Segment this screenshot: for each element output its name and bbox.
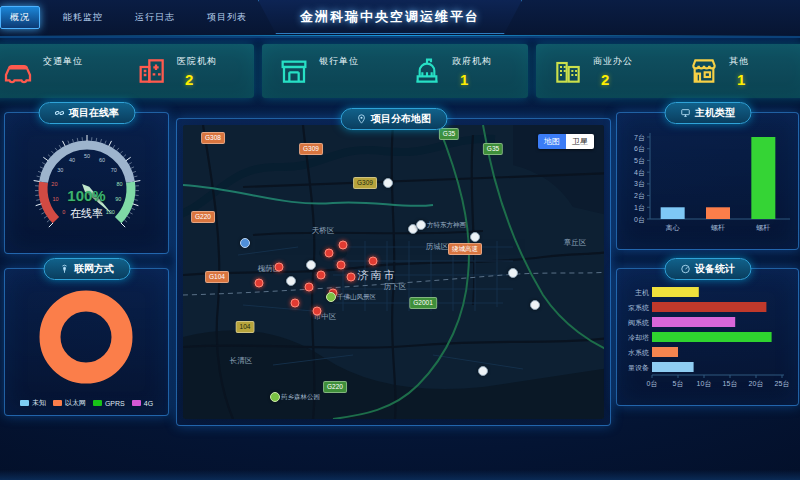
monitor-icon — [680, 108, 690, 118]
page-title-text: 金洲科瑞中央空调运维平台 — [300, 8, 480, 26]
stat-item-4[interactable]: 政府机构1 — [395, 44, 528, 98]
stat-item-1[interactable]: 交通单位 — [0, 44, 120, 98]
map-canvas[interactable]: 济南市天桥区槐荫区市中区历下区历城区长清区章丘区G308G309G309G220… — [183, 125, 604, 419]
nav-tab-4[interactable]: 项目列表 — [198, 7, 256, 28]
road-badge: 104 — [236, 321, 255, 333]
stat-label: 政府机构 — [452, 55, 492, 68]
panel-host-type: 主机类型 0台1台2台3台4台5台6台7台离心螺杆螺杆 — [616, 112, 799, 250]
project-marker[interactable] — [369, 257, 378, 266]
map-district-label: 长清区 — [230, 356, 253, 366]
legend-item-GPRS[interactable]: GPRS — [93, 398, 125, 408]
svg-text:50: 50 — [83, 153, 89, 159]
stat-item-5[interactable]: 商业办公2 — [536, 44, 672, 98]
office-icon — [552, 55, 584, 87]
road-badge: G2001 — [409, 297, 437, 309]
map-toggle-map[interactable]: 地图 — [538, 134, 566, 149]
project-marker[interactable] — [337, 261, 346, 270]
legend-item-4G[interactable]: 4G — [132, 398, 153, 408]
svg-text:水系统: 水系统 — [628, 349, 649, 357]
panel-project-map: 项目分布地图 — [176, 118, 611, 426]
stat-item-6[interactable]: 其他1 — [672, 44, 800, 98]
panel-project-map-title: 项目分布地图 — [371, 112, 431, 126]
panel-device-stats: 设备统计 主机泵系统阀系统冷却塔水系统量设备0台5台10台15台20台25台 — [616, 268, 799, 406]
stat-card-bank-government: 银行单位政府机构1 — [262, 44, 528, 98]
place-marker[interactable] — [530, 300, 540, 310]
nav-tab-3[interactable]: 运行日志 — [126, 7, 184, 28]
svg-text:泵系统: 泵系统 — [628, 304, 649, 312]
place-marker[interactable] — [416, 220, 426, 230]
place-marker[interactable] — [286, 276, 296, 286]
place-marker[interactable] — [508, 268, 518, 278]
device-stats-chart: 主机泵系统阀系统冷却塔水系统量设备0台5台10台15台20台25台 — [620, 279, 795, 399]
nav-tab-1[interactable]: 概况 — [0, 6, 40, 29]
place-marker[interactable] — [470, 232, 480, 242]
project-marker[interactable] — [339, 241, 348, 250]
stat-value: 2 — [185, 71, 217, 88]
stat-item-2[interactable]: 医院机构2 — [120, 44, 254, 98]
project-marker[interactable] — [317, 271, 326, 280]
svg-text:3台: 3台 — [634, 180, 645, 188]
svg-text:6台: 6台 — [634, 145, 645, 153]
svg-text:0台: 0台 — [634, 216, 645, 224]
online-rate-label: 在线率 — [5, 206, 168, 221]
road-badge: G309 — [353, 177, 377, 189]
place-marker[interactable] — [478, 366, 488, 376]
legend-swatch — [53, 400, 62, 406]
svg-text:20台: 20台 — [749, 380, 764, 388]
place-marker[interactable] — [383, 178, 393, 188]
svg-text:30: 30 — [57, 167, 63, 173]
stat-label: 银行单位 — [319, 55, 359, 68]
hospital-icon — [136, 55, 168, 87]
panel-online-rate-header: 项目在线率 — [38, 102, 135, 124]
project-marker[interactable] — [305, 283, 314, 292]
svg-text:25台: 25台 — [775, 380, 790, 388]
stat-value — [327, 71, 359, 87]
legend-swatch — [132, 400, 141, 406]
place-marker[interactable] — [270, 392, 280, 402]
svg-text:15台: 15台 — [723, 380, 738, 388]
project-marker[interactable] — [313, 307, 322, 316]
project-marker[interactable] — [275, 263, 284, 272]
map-district-label: 历城区 — [426, 242, 449, 252]
svg-text:阀系统: 阀系统 — [628, 319, 649, 327]
network-donut-chart — [5, 283, 168, 391]
road-badge: G220 — [323, 381, 347, 393]
legend-label: 未知 — [32, 398, 46, 408]
legend-label: GPRS — [105, 400, 125, 407]
svg-text:70: 70 — [110, 167, 116, 173]
online-rate-gauge: 0102030405060708090100 — [5, 129, 168, 243]
svg-text:螺杆: 螺杆 — [756, 224, 770, 231]
bank-icon — [278, 55, 310, 87]
svg-text:2台: 2台 — [634, 192, 645, 200]
shop-icon — [688, 55, 720, 87]
online-rate-value: 100% — [5, 187, 168, 204]
legend-label: 以太网 — [65, 398, 86, 408]
stat-item-3[interactable]: 银行单位 — [262, 44, 395, 98]
panel-device-stats-title: 设备统计 — [695, 262, 735, 276]
svg-text:20: 20 — [51, 181, 57, 187]
stat-label: 医院机构 — [177, 55, 217, 68]
project-marker[interactable] — [325, 249, 334, 258]
place-marker[interactable] — [326, 292, 336, 302]
place-label: 方特东方神画 — [427, 221, 466, 230]
project-marker[interactable] — [291, 299, 300, 308]
stat-label: 交通单位 — [43, 55, 83, 68]
svg-text:螺杆: 螺杆 — [711, 224, 725, 231]
stat-card-office-other: 商业办公2其他1 — [536, 44, 800, 98]
legend-item-未知[interactable]: 未知 — [20, 398, 46, 408]
svg-text:离心: 离心 — [665, 224, 680, 231]
project-marker[interactable] — [347, 273, 356, 282]
project-marker[interactable] — [255, 279, 264, 288]
nav-tab-2[interactable]: 能耗监控 — [54, 7, 112, 28]
stat-label: 商业办公 — [593, 55, 633, 68]
road-badge: G104 — [205, 271, 229, 283]
place-marker[interactable] — [306, 260, 316, 270]
svg-text:冷却塔: 冷却塔 — [628, 334, 649, 342]
network-legend: 未知以太网GPRS4G — [5, 398, 168, 408]
panel-network-mode: 联网方式 未知以太网GPRS4G — [4, 268, 169, 416]
panel-host-type-title: 主机类型 — [695, 106, 735, 120]
place-marker[interactable] — [240, 238, 250, 248]
map-toggle-satellite[interactable]: 卫星 — [566, 134, 594, 149]
legend-item-以太网[interactable]: 以太网 — [53, 398, 86, 408]
stat-value — [51, 71, 83, 87]
